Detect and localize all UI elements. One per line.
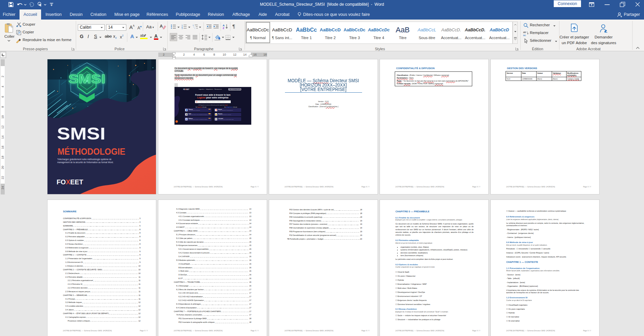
svg-text:management de la sécurité de l: management de la sécurité de l'informati… — [57, 161, 114, 164]
svg-text:3: 3 — [182, 27, 183, 29]
svg-text:SMSI: SMSI — [68, 72, 105, 86]
svg-text:FOXEET: FOXEET — [57, 178, 83, 186]
svg-text:MÉTHODOLOGIE: MÉTHODOLOGIE — [58, 146, 125, 157]
svg-text:SMSI: SMSI — [57, 124, 105, 143]
svg-text:i: i — [194, 26, 194, 28]
svg-text:Z: Z — [223, 27, 224, 29]
svg-text:ab: ab — [523, 31, 526, 34]
svg-text:ac: ac — [523, 34, 526, 36]
svg-text:Téléchargez gratuitement notre: Téléchargez gratuitement notre méthodolo… — [57, 158, 112, 161]
svg-text:i: i — [195, 27, 195, 29]
